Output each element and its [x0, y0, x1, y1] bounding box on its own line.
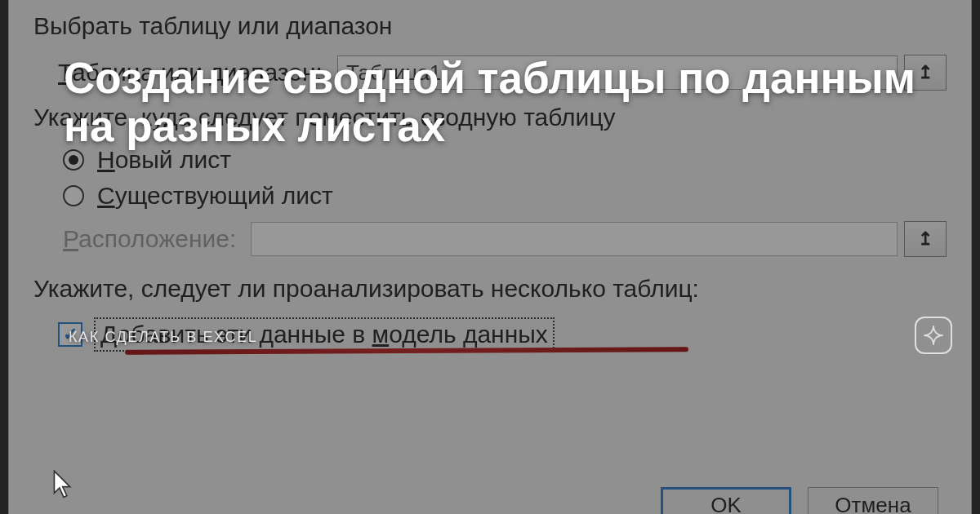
radio-new-sheet[interactable]	[63, 149, 84, 171]
collapse-location-button[interactable]: ↥	[904, 221, 947, 257]
location-label: Расположение:	[63, 225, 236, 253]
location-input[interactable]	[251, 222, 898, 256]
ok-button[interactable]: OK	[661, 487, 791, 514]
radio-existing-sheet-row[interactable]: Существующий лист	[63, 182, 947, 210]
radio-existing-sheet-label: Существующий лист	[97, 182, 333, 210]
location-row: Расположение: ↥	[63, 221, 947, 257]
headline-text: Создание сводной таблицы по данным на ра…	[64, 54, 931, 151]
dialog-button-row: OK Отмена	[661, 487, 938, 514]
arrow-up-icon: ↥	[918, 228, 933, 250]
zen-platform-icon	[915, 317, 952, 354]
star-sparkle-icon	[922, 324, 945, 347]
thumbnail-stage: Выбрать таблицу или диапазон Таблица или…	[0, 0, 980, 514]
channel-name: КАК СДЕЛАТЬ В EXCEL	[69, 329, 257, 346]
cancel-button[interactable]: Отмена	[808, 487, 938, 514]
analyze-section-title: Укажите, следует ли проанализировать нес…	[33, 275, 947, 303]
select-range-section-title: Выбрать таблицу или диапазон	[33, 12, 947, 40]
radio-existing-sheet[interactable]	[63, 185, 84, 206]
